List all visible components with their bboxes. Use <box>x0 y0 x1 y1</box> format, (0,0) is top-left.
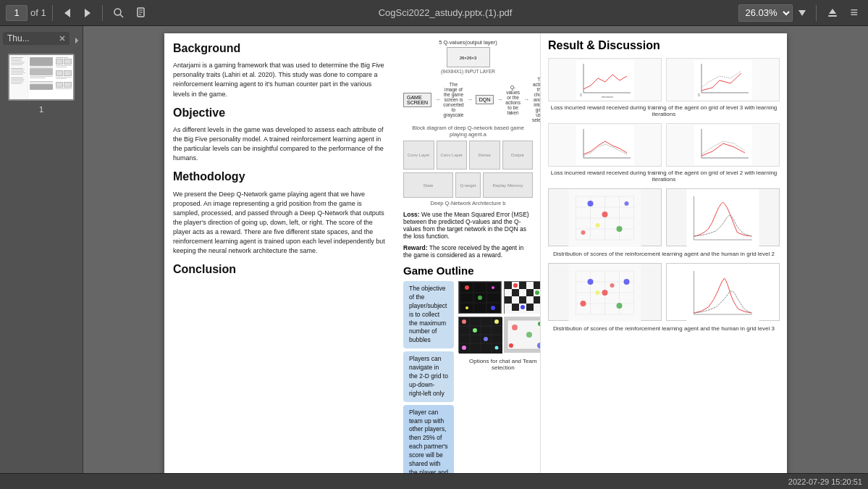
svg-point-36 <box>513 283 518 288</box>
svg-point-89 <box>625 201 629 206</box>
qvalues-label: Q-values or the actions to be taken <box>505 85 521 115</box>
deep-q-caption: Deep Q-Network Architecture b <box>403 200 533 206</box>
game-grid-3 <box>458 317 502 353</box>
document-title: CogSci2022_astudy.pptx.(1).pdf <box>155 7 736 18</box>
close-icon[interactable] <box>59 35 65 41</box>
separator-1 <box>52 5 53 21</box>
svg-marker-13 <box>75 38 78 44</box>
svg-rect-28 <box>512 289 519 296</box>
dist-chart-row <box>548 263 780 321</box>
pipeline-top-label: 5 Q-values(output layer) <box>403 39 533 46</box>
doc-view-button[interactable] <box>132 5 152 21</box>
svg-marker-10 <box>829 9 836 14</box>
pipeline-row: GAME SCREEN → The image of the game scre… <box>403 77 533 122</box>
toolbar: of 1 CogSci2022_astudy.pptx.(1).pdf 10% … <box>0 0 868 26</box>
reward-text-block: Reward: The score received by the agent … <box>403 244 533 259</box>
svg-point-55 <box>526 332 532 338</box>
svg-point-111 <box>610 283 615 288</box>
search-button[interactable] <box>109 5 129 21</box>
result-title: Result & Discussion <box>548 39 780 52</box>
pdf-mid-column: 5 Q-values(output layer) 26×26×3 (84X84X… <box>396 33 541 473</box>
dense-layer: Dense <box>469 141 500 170</box>
arrow-2: → <box>467 96 473 103</box>
menu-button[interactable]: ≡ <box>846 3 862 22</box>
arrow-1: → <box>434 96 440 103</box>
diagram-row-1: Conv Layer Conv Layer Dense Output <box>403 141 533 170</box>
expand-icon[interactable] <box>71 35 80 46</box>
grayscale-label: The image of the game screen is converte… <box>443 82 464 117</box>
svg-point-23 <box>492 286 494 289</box>
separator-2 <box>102 5 103 21</box>
svg-marker-1 <box>85 9 90 17</box>
loss-label: Loss: <box>403 211 420 218</box>
grid-chart-2 <box>666 188 780 246</box>
game-cards: The objective of the player/subject is t… <box>403 281 454 473</box>
svg-point-86 <box>602 212 608 217</box>
page-number-input[interactable] <box>6 5 28 21</box>
input-layer-label: (84X84X1) INPUT LAYER <box>403 69 533 74</box>
datetime-display: 2022-07-29 15:20:51 <box>788 477 862 486</box>
svg-point-107 <box>617 303 623 309</box>
svg-point-20 <box>478 296 482 300</box>
dist-chart-1 <box>548 263 662 321</box>
chart-row-2 <box>548 123 780 167</box>
zoom-select[interactable]: 10% 25% 26.03% 50% 75% 100% <box>738 4 793 22</box>
game-card-1: The objective of the player/subject is t… <box>403 281 454 348</box>
game-screenshot-row-1 <box>458 281 541 314</box>
pdf-left-column: Background Antarjami is a gaming framewo… <box>164 33 396 473</box>
svg-rect-9 <box>828 15 837 17</box>
svg-point-57 <box>509 343 513 348</box>
background-body: Antarjami is a gaming framework that was… <box>173 61 387 99</box>
chart-caption-1: Loss incurred reward received during tra… <box>548 104 780 117</box>
svg-rect-27 <box>534 282 541 289</box>
pdf-area[interactable]: Background Antarjami is a gaming framewo… <box>83 26 868 473</box>
svg-rect-29 <box>526 289 534 296</box>
sidebar-tab: Thu... <box>3 32 69 45</box>
grid-chart-1 <box>548 188 662 246</box>
next-page-button[interactable] <box>79 6 96 20</box>
arrow-4: → <box>523 96 529 103</box>
svg-rect-71 <box>694 125 752 165</box>
network-replay: Replay Memory <box>483 172 533 198</box>
dist-chart-2 <box>666 263 780 321</box>
methodology-body: We present the Deep Q-Network game playi… <box>173 190 387 256</box>
game-outline-section: Game Outline The objective of the player… <box>403 264 533 473</box>
svg-point-88 <box>581 230 586 235</box>
svg-point-90 <box>596 223 600 227</box>
conv-layer-2: Conv Layer <box>437 141 468 170</box>
download-button[interactable] <box>822 5 843 21</box>
zoom-dropdown-button[interactable] <box>794 8 810 18</box>
svg-marker-8 <box>799 10 806 16</box>
svg-point-2 <box>114 9 121 15</box>
objective-body: As different levels in the game was deve… <box>173 125 387 163</box>
game-screenshots: Options for chat and Team selection <box>458 281 541 371</box>
svg-point-51 <box>495 346 499 350</box>
game-screenshot-row-2 <box>458 317 541 353</box>
svg-point-108 <box>581 301 586 306</box>
svg-point-85 <box>588 201 594 206</box>
pdf-content-wrapper: Background Antarjami is a gaming framewo… <box>164 33 787 473</box>
nn-boxes: 26×26×3 <box>403 47 533 67</box>
diagram-row-2: State Q-target Replay Memory <box>403 172 533 198</box>
loss-text-block: Loss: We use the Mean Squared Error (MSE… <box>403 211 533 240</box>
svg-point-47 <box>473 328 477 333</box>
sidebar: Thu... <box>0 26 83 473</box>
svg-rect-91 <box>687 189 759 247</box>
svg-point-37 <box>535 291 539 295</box>
thumbnail-page-number: 1 <box>39 105 43 114</box>
conclusion-title: Conclusion <box>173 262 387 277</box>
svg-rect-59 <box>576 60 634 100</box>
svg-point-46 <box>462 319 466 324</box>
svg-rect-64 <box>694 60 752 100</box>
svg-line-3 <box>120 14 123 17</box>
game-screen-label: GAME SCREEN <box>407 95 428 105</box>
svg-point-87 <box>617 226 623 232</box>
nn-layer-box: 26×26×3 <box>447 47 490 67</box>
chart-4 <box>666 123 780 167</box>
page-thumbnail[interactable] <box>8 54 75 101</box>
svg-rect-31 <box>505 296 512 304</box>
sidebar-tab-row: Thu... <box>3 32 80 49</box>
prev-page-button[interactable] <box>59 6 76 20</box>
svg-point-19 <box>465 285 469 290</box>
game-card-2-text: Players can navigate in the 2-D grid to … <box>409 355 448 397</box>
